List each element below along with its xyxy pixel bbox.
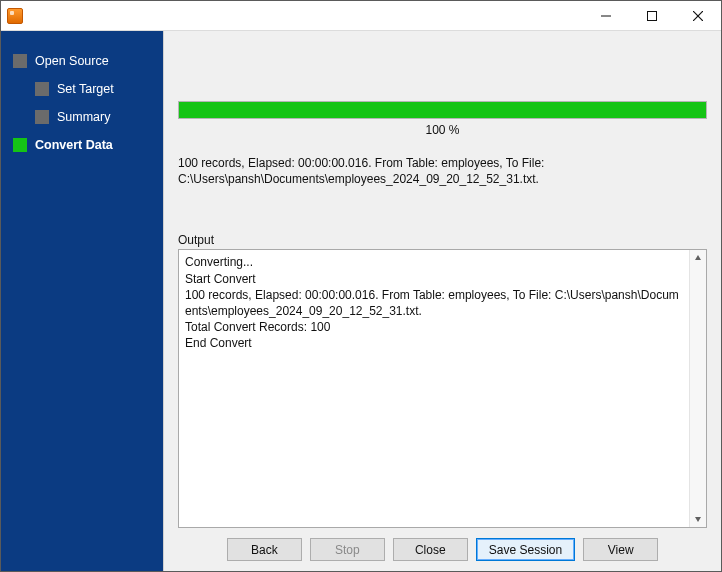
sidebar-item-set-target[interactable]: Set Target [1, 79, 163, 99]
close-button[interactable] [675, 1, 721, 30]
titlebar-left [1, 8, 23, 24]
output-line: End Convert [185, 335, 700, 351]
minimize-button[interactable] [583, 1, 629, 30]
sidebar-item-label: Summary [57, 110, 110, 124]
output-label: Output [178, 233, 707, 247]
close-action-button[interactable]: Close [393, 538, 468, 561]
output-log[interactable]: Converting... Start Convert 100 records,… [178, 249, 707, 528]
view-button[interactable]: View [583, 538, 658, 561]
step-marker-icon [35, 110, 49, 124]
output-line: Converting... [185, 254, 700, 270]
app-icon [7, 8, 23, 24]
svg-rect-1 [648, 11, 657, 20]
save-session-button[interactable]: Save Session [476, 538, 575, 561]
progress-bar-fill [179, 102, 706, 118]
sidebar-item-label: Convert Data [35, 138, 113, 152]
sidebar-item-open-source[interactable]: Open Source [1, 51, 163, 71]
output-line: 100 records, Elapsed: 00:00:00.016. From… [185, 287, 700, 319]
step-marker-icon [13, 138, 27, 152]
sidebar-item-label: Set Target [57, 82, 114, 96]
main-panel: 100 % 100 records, Elapsed: 00:00:00.016… [163, 31, 721, 571]
sidebar-item-summary[interactable]: Summary [1, 107, 163, 127]
scroll-down-icon [694, 515, 702, 523]
progress-section: 100 % [178, 101, 707, 137]
step-marker-icon [35, 82, 49, 96]
back-button[interactable]: Back [227, 538, 302, 561]
sidebar-item-label: Open Source [35, 54, 109, 68]
sidebar-item-convert-data[interactable]: Convert Data [1, 135, 163, 155]
titlebar [1, 1, 721, 31]
progress-percent-label: 100 % [178, 123, 707, 137]
stop-button[interactable]: Stop [310, 538, 385, 561]
output-line: Start Convert [185, 271, 700, 287]
progress-bar [178, 101, 707, 119]
summary-line: 100 records, Elapsed: 00:00:00.016. From… [178, 155, 707, 171]
summary-text: 100 records, Elapsed: 00:00:00.016. From… [178, 155, 707, 187]
button-row: Back Stop Close Save Session View [178, 538, 707, 561]
content: Open Source Set Target Summary Convert D… [1, 31, 721, 571]
app-window: Open Source Set Target Summary Convert D… [0, 0, 722, 572]
summary-line: C:\Users\pansh\Documents\employees_2024_… [178, 171, 707, 187]
sidebar: Open Source Set Target Summary Convert D… [1, 31, 163, 571]
step-marker-icon [13, 54, 27, 68]
maximize-button[interactable] [629, 1, 675, 30]
output-line: Total Convert Records: 100 [185, 319, 700, 335]
titlebar-controls [583, 1, 721, 30]
